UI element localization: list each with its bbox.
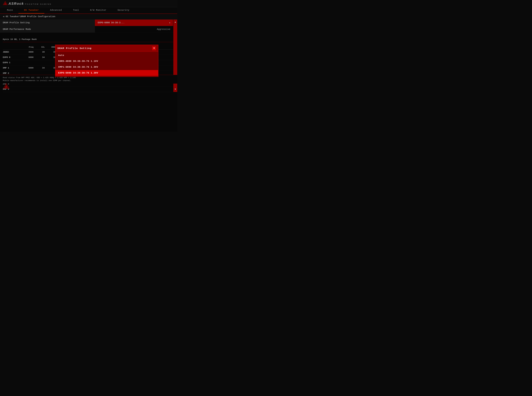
option-xmp1-6000[interactable]: XMP1-6000 34-38-38-76 1.30V [55,64,158,70]
option-ddr5-4800[interactable]: DDR5-4800 38-38-38-76 1.10V [55,58,158,64]
modal-options: Auto DDR5-4800 38-38-38-76 1.10V XMP1-60… [55,52,158,77]
modal-title-bar: DRAM Profile Setting X [55,45,158,52]
option-expo-6000[interactable]: EXPO-6000 34-38-38-76 1.30V [55,70,158,76]
dram-profile-dropdown: DRAM Profile Setting X Auto DDR5-4800 38… [55,45,158,77]
modal-title: DRAM Profile Setting [58,47,92,50]
modal-close-button[interactable]: X [152,46,156,50]
option-auto[interactable]: Auto [55,52,158,58]
